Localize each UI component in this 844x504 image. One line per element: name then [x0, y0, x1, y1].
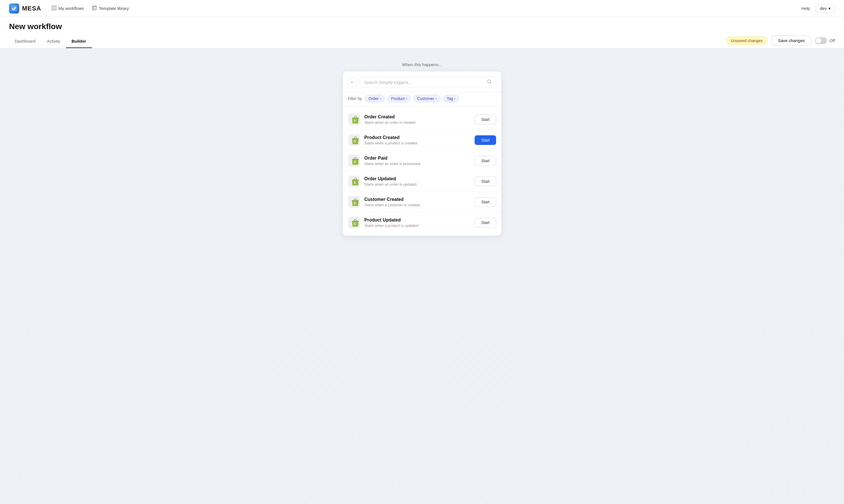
- tabs: Dashboard Activity Builder: [9, 36, 92, 48]
- logo-icon: [9, 3, 19, 14]
- trigger-desc-order-paid: Starts when an order is processed.: [364, 162, 471, 166]
- template-library-link[interactable]: Template library: [92, 5, 129, 12]
- svg-text:S: S: [354, 160, 356, 164]
- nav-right: Help dev ▾: [801, 4, 835, 13]
- chevron-right-icon: ›: [406, 96, 407, 101]
- template-icon: [92, 5, 97, 12]
- workflows-icon: [51, 5, 56, 12]
- trigger-item: S Customer Created Starts when a custome…: [343, 192, 501, 213]
- trigger-name-product-updated: Product Updated: [364, 218, 471, 222]
- trigger-name-order-paid: Order Paid: [364, 156, 471, 161]
- filter-order-label: Order: [368, 96, 379, 101]
- trigger-item: S Order Paid Starts when an order is pro…: [343, 150, 501, 171]
- chevron-down-icon: ▾: [828, 6, 831, 11]
- page-title: New workflow: [9, 22, 835, 31]
- start-button-product-updated[interactable]: Start: [475, 218, 496, 228]
- trigger-icon-customer-created: S: [348, 196, 360, 208]
- filter-bar: Filter by Order › Product › Customer › T…: [343, 92, 501, 107]
- trigger-name-order-updated: Order Updated: [364, 176, 471, 181]
- start-button-customer-created[interactable]: Start: [475, 197, 496, 207]
- trigger-icon-order-created: S: [348, 113, 360, 126]
- dev-menu-button[interactable]: dev ▾: [816, 4, 835, 13]
- search-icon: [487, 79, 492, 85]
- trigger-info-product-created: Product Created Starts when a product is…: [364, 135, 471, 145]
- chevron-right-icon: ›: [435, 96, 437, 101]
- filter-customer-label: Customer: [417, 96, 434, 101]
- trigger-desc-order-created: Starts when an order is created.: [364, 120, 471, 125]
- panel-search: ← Search Shopify triggers...: [343, 71, 501, 92]
- trigger-desc-order-updated: Starts when an order is updated.: [364, 182, 471, 186]
- tab-activity[interactable]: Activity: [41, 36, 66, 48]
- svg-text:S: S: [354, 119, 356, 122]
- filter-chip-tag[interactable]: Tag ›: [443, 95, 459, 102]
- trigger-panel: ← Search Shopify triggers... Filter by O…: [343, 71, 501, 236]
- svg-rect-2: [55, 6, 56, 7]
- workflow-toggle[interactable]: [815, 37, 827, 44]
- nav-links: My workflows Template library: [51, 5, 801, 12]
- trigger-item: S Product Created Starts when a product …: [343, 130, 501, 150]
- trigger-icon-product-created: S: [348, 134, 360, 146]
- chevron-right-icon: ›: [380, 96, 381, 101]
- start-button-order-updated[interactable]: Start: [475, 177, 496, 186]
- trigger-name-order-created: Order Created: [364, 114, 471, 120]
- toggle-wrap: Off: [815, 37, 835, 44]
- tab-builder[interactable]: Builder: [66, 36, 92, 48]
- logo-text: MESA: [22, 5, 41, 12]
- trigger-list: S Order Created Starts when an order is …: [343, 107, 501, 236]
- trigger-info-order-updated: Order Updated Starts when an order is up…: [364, 176, 471, 186]
- topnav: MESA My workflows Template library: [0, 0, 844, 17]
- svg-rect-4: [55, 8, 56, 10]
- svg-point-6: [488, 80, 491, 83]
- svg-text:S: S: [354, 140, 356, 143]
- logo-area: MESA: [9, 3, 41, 14]
- filter-label: Filter by: [348, 96, 362, 101]
- tab-dashboard[interactable]: Dashboard: [9, 36, 41, 48]
- filter-tag-label: Tag: [447, 96, 453, 101]
- toggle-label: Off: [829, 38, 835, 43]
- filter-product-label: Product: [391, 96, 405, 101]
- trigger-desc-customer-created: Starts when a customer is created.: [364, 203, 471, 207]
- start-button-order-paid[interactable]: Start: [475, 156, 496, 165]
- unsaved-badge: Unsaved changes: [726, 36, 767, 45]
- trigger-name-product-created: Product Created: [364, 135, 471, 140]
- trigger-icon-order-updated: S: [348, 175, 360, 187]
- back-button[interactable]: ←: [348, 78, 357, 87]
- filter-chip-order[interactable]: Order ›: [365, 95, 385, 102]
- trigger-item: S Order Updated Starts when an order is …: [343, 171, 501, 192]
- svg-rect-1: [52, 6, 53, 7]
- trigger-item: S Order Created Starts when an order is …: [343, 109, 501, 130]
- tab-actions: Unsaved changes Save changes Off: [726, 36, 835, 48]
- help-link[interactable]: Help: [801, 6, 810, 11]
- trigger-name-customer-created: Customer Created: [364, 197, 471, 202]
- svg-text:S: S: [354, 222, 356, 226]
- filter-chip-product[interactable]: Product ›: [387, 95, 411, 102]
- trigger-info-order-paid: Order Paid Starts when an order is proce…: [364, 156, 471, 166]
- my-workflows-label: My workflows: [58, 6, 84, 11]
- trigger-icon-order-paid: S: [348, 155, 360, 167]
- chevron-right-icon: ›: [454, 96, 455, 101]
- trigger-info-order-created: Order Created Starts when an order is cr…: [364, 114, 471, 125]
- trigger-desc-product-created: Starts when a product is created.: [364, 141, 471, 145]
- my-workflows-link[interactable]: My workflows: [51, 5, 84, 12]
- search-box[interactable]: Search Shopify triggers...: [360, 76, 496, 88]
- trigger-desc-product-updated: Starts when a product is updated.: [364, 223, 471, 228]
- page-header: New workflow Dashboard Activity Builder …: [0, 17, 844, 49]
- svg-rect-3: [52, 8, 53, 10]
- main-content: When this happens... ← Search Shopify tr…: [0, 49, 844, 504]
- start-button-product-created[interactable]: Start: [475, 135, 496, 145]
- tab-bar: Dashboard Activity Builder Unsaved chang…: [9, 36, 835, 48]
- trigger-item: S Product Updated Starts when a product …: [343, 213, 501, 233]
- dev-label: dev: [820, 6, 827, 11]
- trigger-info-product-updated: Product Updated Starts when a product is…: [364, 218, 471, 228]
- start-button-order-created[interactable]: Start: [475, 115, 496, 124]
- toggle-knob: [816, 38, 821, 43]
- trigger-info-customer-created: Customer Created Starts when a customer …: [364, 197, 471, 207]
- search-placeholder: Search Shopify triggers...: [364, 80, 412, 85]
- filter-chip-customer[interactable]: Customer ›: [414, 95, 441, 102]
- save-button[interactable]: Save changes: [771, 36, 811, 46]
- svg-text:S: S: [354, 201, 356, 205]
- when-label: When this happens...: [402, 62, 442, 67]
- svg-text:S: S: [354, 181, 356, 184]
- trigger-icon-product-updated: S: [348, 216, 360, 229]
- template-library-label: Template library: [99, 6, 129, 11]
